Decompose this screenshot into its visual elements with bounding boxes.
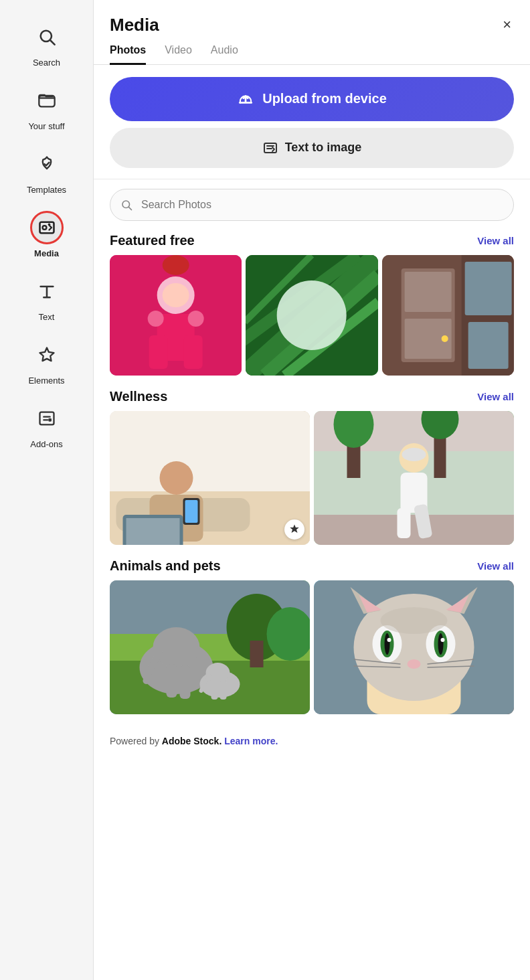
tab-video[interactable]: Video bbox=[165, 44, 192, 65]
svg-rect-68 bbox=[211, 679, 218, 700]
wellness-section-header: Wellness View all bbox=[94, 389, 530, 411]
sidebar-item-search[interactable]: Search bbox=[0, 11, 93, 74]
photo-cat[interactable] bbox=[314, 580, 514, 714]
sidebar-item-templates[interactable]: Templates bbox=[0, 138, 93, 201]
footer-text: Powered by bbox=[110, 736, 162, 746]
svg-rect-8 bbox=[264, 143, 276, 153]
svg-point-55 bbox=[402, 448, 426, 461]
templates-icon-wrap bbox=[30, 147, 64, 181]
animals-grid bbox=[94, 580, 530, 728]
text-to-image-button[interactable]: Text to image bbox=[110, 128, 514, 168]
svg-point-16 bbox=[163, 283, 189, 307]
footer-learn-more-link[interactable]: Learn more. bbox=[224, 736, 278, 746]
svg-rect-60 bbox=[250, 641, 264, 667]
tab-photos[interactable]: Photos bbox=[110, 44, 146, 65]
svg-line-1 bbox=[50, 40, 54, 44]
elements-icon-wrap bbox=[30, 338, 64, 372]
wellness-view-all[interactable]: View all bbox=[477, 391, 514, 402]
close-button[interactable]: × bbox=[500, 13, 514, 36]
templates-icon bbox=[37, 155, 56, 173]
svg-point-81 bbox=[385, 633, 390, 655]
sidebar-item-add-ons-label: Add-ons bbox=[30, 439, 62, 449]
sidebar-item-your-stuff-label: Your stuff bbox=[28, 121, 64, 131]
panel-footer: Powered by Adobe Stock. Learn more. bbox=[94, 728, 530, 760]
animals-pets-title: Animals and pets bbox=[110, 558, 221, 574]
search-icon bbox=[120, 199, 132, 211]
svg-point-4 bbox=[42, 226, 46, 230]
sidebar-item-elements-label: Elements bbox=[28, 376, 64, 386]
svg-line-10 bbox=[128, 207, 131, 210]
svg-rect-33 bbox=[464, 262, 511, 315]
svg-rect-15 bbox=[184, 335, 203, 369]
upload-from-device-button[interactable]: Upload from device bbox=[110, 77, 514, 121]
sidebar-item-search-label: Search bbox=[33, 58, 60, 68]
tab-audio[interactable]: Audio bbox=[211, 44, 238, 65]
wellness-grid bbox=[94, 411, 530, 558]
svg-point-83 bbox=[387, 638, 391, 642]
svg-rect-43 bbox=[185, 500, 198, 523]
svg-point-84 bbox=[441, 638, 445, 642]
folder-icon bbox=[37, 91, 56, 110]
panel-header: Media × bbox=[94, 0, 530, 44]
upload-button-label: Upload from device bbox=[262, 91, 387, 106]
svg-rect-41 bbox=[126, 518, 180, 545]
wellness-title: Wellness bbox=[110, 389, 167, 404]
sidebar-item-templates-label: Templates bbox=[27, 185, 66, 195]
your-stuff-icon-wrap bbox=[30, 84, 64, 117]
sidebar-item-add-ons[interactable]: Add-ons bbox=[0, 392, 93, 456]
featured-free-grid bbox=[94, 255, 530, 389]
svg-point-31 bbox=[441, 335, 448, 342]
footer-brand: Adobe Stock. bbox=[162, 736, 222, 746]
svg-point-26 bbox=[277, 280, 347, 350]
featured-free-title: Featured free bbox=[110, 233, 195, 248]
featured-free-section-header: Featured free View all bbox=[94, 233, 530, 255]
text-icon-wrap bbox=[30, 274, 64, 308]
tabs-bar: Photos Video Audio bbox=[94, 44, 530, 65]
sidebar-item-your-stuff[interactable]: Your stuff bbox=[0, 74, 93, 138]
svg-rect-64 bbox=[167, 664, 177, 698]
svg-rect-34 bbox=[468, 322, 508, 369]
sidebar-item-text[interactable]: Text bbox=[0, 265, 93, 329]
svg-rect-29 bbox=[404, 272, 451, 312]
photo-green-leaf[interactable] bbox=[246, 255, 377, 376]
sidebar-item-media[interactable]: Media bbox=[0, 201, 93, 265]
svg-rect-17 bbox=[163, 255, 189, 275]
svg-rect-50 bbox=[314, 515, 514, 545]
photo-woman-laptop[interactable] bbox=[110, 411, 310, 545]
sidebar-item-elements[interactable]: Elements bbox=[0, 329, 93, 392]
svg-point-90 bbox=[381, 607, 448, 634]
photo-wood-door[interactable] bbox=[382, 255, 514, 376]
svg-rect-14 bbox=[149, 335, 168, 369]
elements-icon bbox=[37, 345, 56, 364]
sidebar-item-media-label: Media bbox=[34, 248, 59, 258]
search-icon bbox=[37, 27, 56, 46]
svg-point-38 bbox=[160, 461, 193, 495]
svg-rect-69 bbox=[220, 681, 227, 700]
upload-icon bbox=[237, 90, 254, 108]
svg-point-82 bbox=[438, 633, 444, 655]
svg-rect-65 bbox=[180, 665, 191, 699]
main-panel: Media × Photos Video Audio Upload from d… bbox=[94, 0, 530, 980]
animals-pets-section-header: Animals and pets View all bbox=[94, 558, 530, 580]
photo-man-running[interactable] bbox=[314, 411, 514, 545]
premium-badge bbox=[284, 519, 304, 540]
svg-point-63 bbox=[153, 627, 200, 667]
photo-elephants[interactable] bbox=[110, 580, 310, 714]
svg-point-19 bbox=[148, 311, 164, 327]
text-icon bbox=[37, 282, 56, 301]
media-icon-wrap bbox=[30, 211, 64, 244]
search-icon-wrap bbox=[30, 20, 64, 54]
svg-point-18 bbox=[188, 311, 204, 327]
featured-free-view-all[interactable]: View all bbox=[477, 235, 514, 246]
text-to-image-icon bbox=[262, 140, 278, 156]
svg-rect-7 bbox=[48, 418, 52, 422]
divider bbox=[94, 179, 530, 179]
add-ons-icon-wrap bbox=[30, 402, 64, 435]
search-photos-input[interactable] bbox=[110, 189, 514, 221]
text-to-image-label: Text to image bbox=[285, 141, 362, 155]
svg-rect-53 bbox=[398, 508, 411, 538]
photo-woman-pink[interactable] bbox=[110, 255, 242, 376]
svg-rect-6 bbox=[39, 412, 54, 425]
animals-pets-view-all[interactable]: View all bbox=[477, 560, 514, 572]
sidebar: Search Your stuff Templates bbox=[0, 0, 94, 980]
